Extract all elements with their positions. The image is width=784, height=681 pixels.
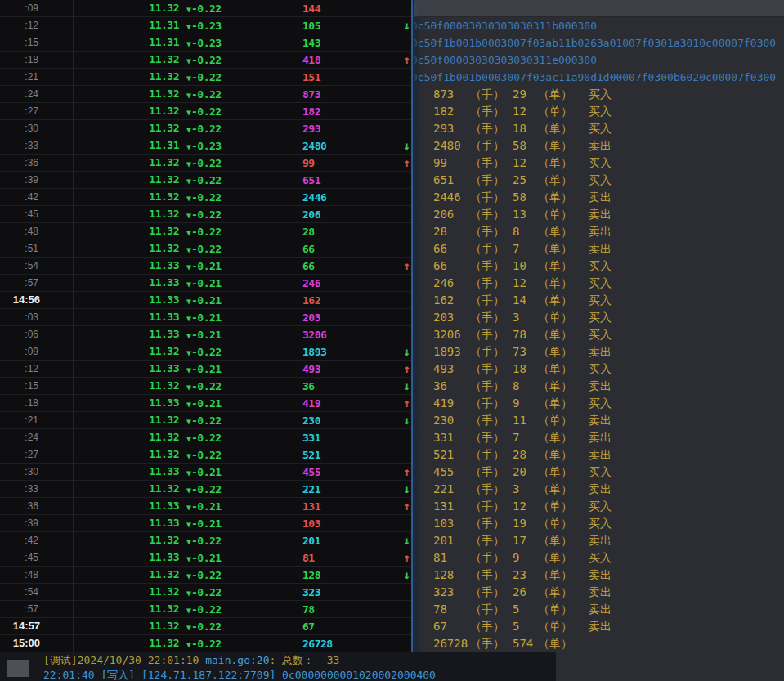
tape-row[interactable]: 14:5611.33▼-0.21162 (0, 292, 411, 309)
trade-detail-row: 246（手）12（单）买入 (433, 275, 784, 292)
tape-row[interactable]: :5411.33▼-0.2166↑ (0, 258, 411, 275)
tape-row[interactable]: :1211.33▼-0.21493↑ (0, 361, 411, 378)
detail-volume: 221 (433, 481, 470, 498)
log-line-write: 22:01:40 [写入] [124.71.187.122:7709] 0c00… (43, 669, 436, 681)
tape-row[interactable]: :2411.32▼-0.22873 (0, 86, 411, 103)
tape-row[interactable]: :3611.33▼-0.21131↑ (0, 498, 411, 515)
detail-side: 买入 (589, 309, 784, 326)
tape-row[interactable]: :5111.32▼-0.2266 (0, 240, 411, 258)
hand-label: （手） (470, 223, 513, 240)
tape-row[interactable]: :5711.33▼-0.21246 (0, 275, 411, 292)
detail-orders: 58 (513, 189, 538, 206)
tape-row[interactable]: :3011.32▼-0.22293 (0, 120, 411, 137)
detail-volume: 3206 (433, 326, 470, 343)
tape-row[interactable]: :4511.32▼-0.22206 (0, 206, 411, 223)
detail-side: 卖出 (589, 481, 784, 498)
down-arrow-icon: ↓ (404, 17, 410, 34)
trade-change: ▼-0.22 (186, 635, 302, 653)
detail-orders: 12 (513, 498, 538, 515)
tape-row[interactable]: :4811.32▼-0.22128↓ (0, 567, 411, 584)
tape-row[interactable]: :1511.32▼-0.2236↓ (0, 378, 411, 395)
change-value: -0.21 (191, 311, 222, 324)
tape-row[interactable]: :3911.32▼-0.22651 (0, 172, 411, 189)
up-arrow-icon: ↑ (404, 361, 410, 377)
tape-row[interactable]: :0911.32▼-0.22144 (0, 0, 411, 17)
tape-row[interactable]: :3911.33▼-0.21103 (0, 515, 411, 532)
change-value: -0.23 (191, 20, 222, 32)
tape-row[interactable]: :1811.33▼-0.21419↑ (0, 395, 411, 412)
tape-row[interactable]: :2111.32▼-0.22151 (0, 69, 411, 86)
trade-price: 11.33 (74, 292, 186, 310)
trade-detail-row: 26728（手）574（单） (433, 635, 784, 652)
hand-label: （手） (470, 635, 513, 652)
trade-time: :48 (0, 223, 74, 241)
tape-row[interactable]: 14:5711.32▼-0.2267 (0, 618, 411, 635)
trade-price: 11.32 (74, 635, 186, 653)
trade-volume: 143 (302, 37, 335, 49)
main-go-link[interactable]: main.go:20 (205, 654, 269, 666)
detail-volume: 1893 (433, 343, 470, 361)
trade-change: ▼-0.22 (186, 378, 302, 396)
tape-row[interactable]: :3611.32▼-0.2299↑ (0, 155, 411, 172)
tape-row[interactable]: :1811.32▼-0.22418↑ (0, 52, 411, 69)
hand-label: （手） (470, 137, 513, 155)
tape-row[interactable]: :1211.31▼-0.23105↓ (0, 17, 411, 34)
volume-cell: 230↓ (302, 412, 411, 430)
trade-price: 11.33 (74, 549, 186, 567)
trade-detail-row: 28（手）8（单）卖出 (433, 223, 784, 240)
detail-orders: 9 (513, 395, 538, 412)
detail-side: 买入 (589, 395, 784, 412)
tape-row[interactable]: :4811.32▼-0.2228 (0, 223, 411, 240)
trade-price: 11.33 (74, 275, 186, 293)
tape-row[interactable]: :2711.32▼-0.22182 (0, 103, 411, 120)
trade-volume: 67 (302, 621, 329, 633)
tape-row[interactable]: :0911.32▼-0.221893↓ (0, 343, 411, 361)
volume-cell: 331 (302, 429, 411, 447)
tape-row[interactable]: :2411.32▼-0.22331 (0, 429, 411, 446)
tape-row[interactable]: :3011.33▼-0.21455↑ (0, 464, 411, 481)
change-value: -0.22 (191, 105, 222, 118)
tape-row[interactable]: :1511.31▼-0.23143 (0, 34, 411, 52)
detail-side: 卖出 (589, 240, 784, 258)
up-arrow-icon: ↑ (404, 498, 410, 514)
tape-row[interactable]: :0611.33▼-0.213206 (0, 326, 411, 343)
down-arrow-icon: ↓ (404, 343, 410, 360)
trade-change: ▼-0.22 (186, 189, 302, 207)
trade-time: :12 (0, 361, 74, 379)
trade-time: 14:56 (0, 292, 74, 310)
up-arrow-icon: ↑ (404, 258, 410, 274)
volume-cell: 182 (302, 103, 411, 121)
tape-row[interactable]: :5711.32▼-0.2278 (0, 601, 411, 618)
tape-row[interactable]: 15:0011.32▼-0.2226728 (0, 635, 411, 652)
tape-row[interactable]: :3311.31▼-0.232480↓ (0, 137, 411, 155)
tape-row[interactable]: :5411.32▼-0.22323 (0, 584, 411, 601)
trade-change: ▼-0.22 (186, 172, 302, 190)
volume-cell: 323 (302, 584, 411, 602)
trade-time: :51 (0, 240, 74, 258)
change-value: -0.21 (191, 363, 222, 375)
tape-row[interactable]: :2711.32▼-0.22521 (0, 446, 411, 464)
hand-label: （手） (470, 395, 513, 412)
tape-row[interactable]: :0311.33▼-0.21203 (0, 309, 411, 326)
trade-detail-row: 2446（手）58（单）卖出 (433, 189, 784, 206)
volume-cell: 144 (302, 0, 411, 18)
detail-volume: 36 (433, 378, 470, 395)
detail-volume: 493 (433, 361, 470, 378)
tape-row[interactable]: :4211.32▼-0.222446 (0, 189, 411, 206)
tape-row[interactable]: :3311.32▼-0.22221↓ (0, 481, 411, 498)
tape-row[interactable]: :4511.33▼-0.2181↑ (0, 549, 411, 567)
scrollbar-corner[interactable] (7, 660, 29, 677)
unit-label: （单） (538, 223, 589, 240)
detail-orders: 19 (513, 515, 538, 532)
tape-row[interactable]: :4211.32▼-0.22201↓ (0, 532, 411, 549)
tape-row[interactable]: :2111.32▼-0.22230↓ (0, 412, 411, 429)
up-arrow-icon: ↑ (404, 52, 410, 68)
hand-label: （手） (470, 429, 513, 446)
change-value: -0.21 (191, 500, 222, 513)
change-value: -0.22 (191, 535, 222, 547)
unit-label: （单） (538, 429, 589, 446)
trade-time: :33 (0, 137, 74, 155)
volume-cell: 246 (302, 275, 411, 293)
hand-label: （手） (470, 172, 513, 189)
detail-orders: 3 (513, 481, 538, 498)
